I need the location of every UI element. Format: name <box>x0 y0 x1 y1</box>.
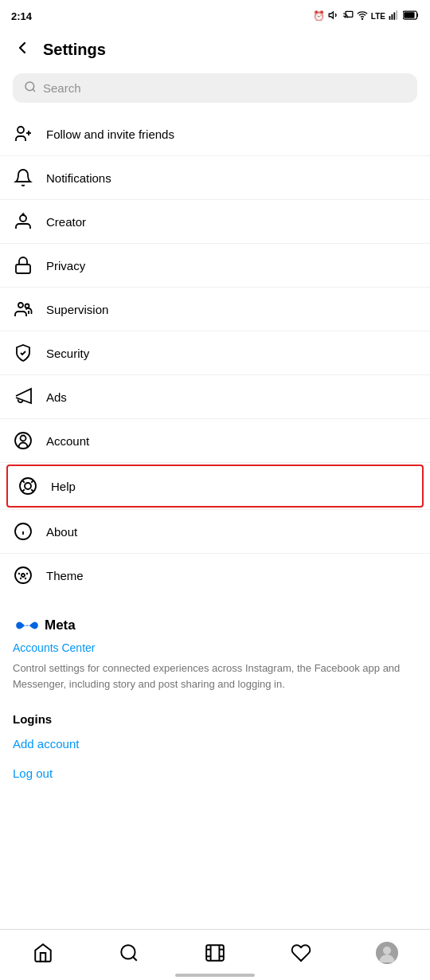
theme-button[interactable]: Theme <box>0 554 430 597</box>
bottom-spacer <box>0 799 430 863</box>
menu-item-notifications[interactable]: Notifications <box>0 156 430 199</box>
meta-logo-icon <box>13 617 41 633</box>
notifications-label: Notifications <box>46 171 111 185</box>
follow-invite-label: Follow and invite friends <box>46 127 174 141</box>
menu-item-about[interactable]: About <box>0 510 430 553</box>
svg-point-37 <box>121 945 135 958</box>
svg-line-11 <box>33 89 35 92</box>
notifications-button[interactable]: Notifications <box>0 156 430 199</box>
search-bar[interactable]: Search <box>13 73 417 103</box>
lock-icon <box>13 255 33 276</box>
nav-search[interactable] <box>118 942 140 964</box>
svg-point-35 <box>20 578 22 579</box>
security-button[interactable]: Security <box>0 331 430 374</box>
battery-icon <box>403 10 419 22</box>
nav-reels[interactable] <box>204 942 226 964</box>
account-label: Account <box>46 434 89 448</box>
log-out-link[interactable]: Log out <box>13 766 417 780</box>
shield-icon <box>13 343 33 363</box>
menu-item-ads[interactable]: Ads <box>0 375 430 418</box>
menu-item-supervision[interactable]: Supervision <box>0 288 430 331</box>
wifi-icon <box>357 10 368 23</box>
svg-point-10 <box>25 82 34 91</box>
supervision-label: Supervision <box>46 303 108 316</box>
svg-line-27 <box>22 489 25 492</box>
svg-rect-39 <box>206 945 224 961</box>
svg-rect-17 <box>16 265 30 273</box>
status-time: 2:14 <box>11 10 32 22</box>
about-label: About <box>46 525 77 539</box>
profile-avatar <box>376 942 398 964</box>
nav-profile[interactable] <box>376 942 398 964</box>
page-title: Settings <box>43 41 106 59</box>
svg-point-36 <box>25 578 26 579</box>
person-add-icon <box>13 123 33 144</box>
svg-point-18 <box>18 303 23 308</box>
svg-line-38 <box>133 957 137 961</box>
svg-point-12 <box>18 127 24 133</box>
nav-home[interactable] <box>32 942 54 964</box>
creator-label: Creator <box>46 215 86 229</box>
star-person-icon <box>13 211 33 232</box>
creator-button[interactable]: Creator <box>0 200 430 243</box>
svg-point-33 <box>18 573 20 574</box>
reels-icon <box>204 942 226 964</box>
svg-point-41 <box>383 947 391 955</box>
svg-point-19 <box>25 304 29 308</box>
menu-item-privacy[interactable]: Privacy <box>0 244 430 287</box>
svg-marker-0 <box>329 11 333 18</box>
svg-rect-7 <box>396 10 397 20</box>
accounts-center-link[interactable]: Accounts Center <box>13 641 417 654</box>
theme-label: Theme <box>46 569 84 582</box>
svg-point-21 <box>21 436 26 441</box>
svg-line-25 <box>31 489 33 492</box>
top-bar: Settings <box>0 29 430 67</box>
help-button[interactable]: Help <box>6 465 424 508</box>
svg-rect-6 <box>393 12 395 19</box>
svg-rect-4 <box>389 16 391 20</box>
home-indicator <box>175 974 255 977</box>
alarm-icon: ⏰ <box>313 10 325 22</box>
ads-button[interactable]: Ads <box>0 375 430 418</box>
svg-point-34 <box>26 573 28 574</box>
menu-item-help[interactable]: Help <box>0 463 430 509</box>
security-label: Security <box>46 347 89 360</box>
menu-item-theme[interactable]: Theme <box>0 554 430 597</box>
menu-item-account[interactable]: Account <box>0 419 430 462</box>
follow-invite-button[interactable]: Follow and invite friends <box>0 112 430 155</box>
bottom-nav <box>0 929 430 980</box>
volume-icon <box>328 10 339 23</box>
lte-label: LTE <box>371 12 385 21</box>
menu-item-follow-invite[interactable]: Follow and invite friends <box>0 112 430 155</box>
ads-label: Ads <box>46 390 67 404</box>
privacy-label: Privacy <box>46 259 85 272</box>
menu-item-security[interactable]: Security <box>0 331 430 374</box>
account-button[interactable]: Account <box>0 419 430 462</box>
meta-label: Meta <box>45 617 76 633</box>
privacy-button[interactable]: Privacy <box>0 244 430 287</box>
svg-rect-9 <box>404 12 414 18</box>
palette-icon <box>13 565 33 586</box>
search-container: Search <box>0 67 430 112</box>
meta-section: Meta Accounts Center Control settings fo… <box>0 603 430 698</box>
search-nav-icon <box>118 942 140 964</box>
svg-rect-2 <box>346 11 353 17</box>
svg-rect-5 <box>392 14 393 19</box>
heart-icon <box>290 942 312 964</box>
about-button[interactable]: About <box>0 510 430 553</box>
svg-point-15 <box>20 215 26 221</box>
add-account-link[interactable]: Add account <box>13 737 417 751</box>
signal-icon <box>389 10 400 23</box>
megaphone-icon <box>13 386 33 407</box>
bell-icon <box>13 167 33 188</box>
back-button[interactable] <box>13 38 32 61</box>
svg-point-3 <box>362 18 362 19</box>
supervision-icon <box>13 299 33 319</box>
help-label: Help <box>51 480 76 493</box>
logins-title: Logins <box>13 712 417 726</box>
svg-point-32 <box>22 574 25 577</box>
nav-activity[interactable] <box>290 942 312 964</box>
search-icon <box>24 80 37 96</box>
menu-item-creator[interactable]: Creator <box>0 200 430 243</box>
supervision-button[interactable]: Supervision <box>0 288 430 331</box>
